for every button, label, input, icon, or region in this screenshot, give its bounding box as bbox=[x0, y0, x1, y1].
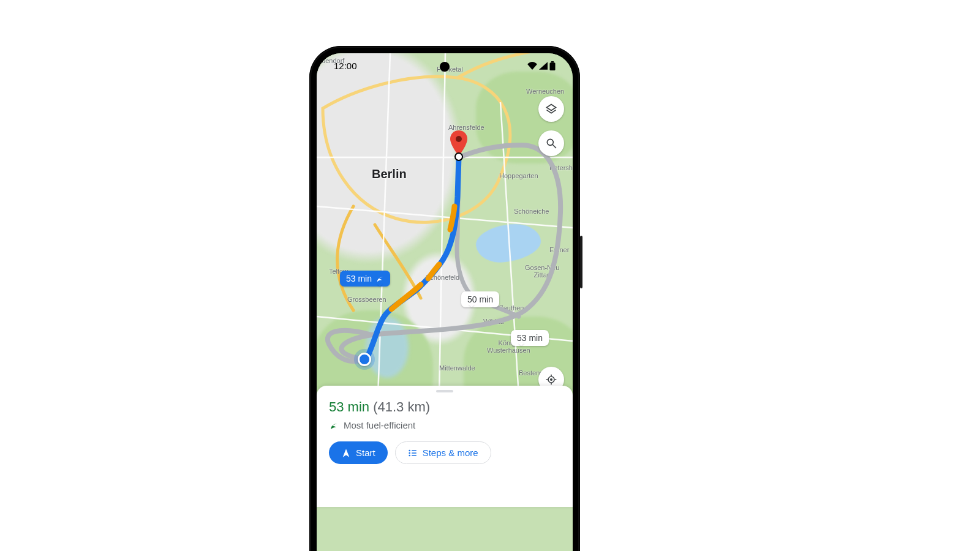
search-icon bbox=[545, 137, 557, 149]
route-subtitle-text: Most fuel-efficient bbox=[344, 420, 415, 430]
svg-rect-3 bbox=[551, 61, 554, 62]
svg-point-1 bbox=[455, 153, 462, 160]
svg-rect-2 bbox=[550, 62, 556, 70]
clock: 12:00 bbox=[334, 61, 357, 71]
list-icon bbox=[408, 448, 418, 458]
cellular-icon bbox=[539, 62, 548, 70]
route-chip-primary[interactable]: 53 min bbox=[340, 271, 390, 287]
svg-line-5 bbox=[553, 145, 556, 148]
route-chip-label: 53 min bbox=[346, 274, 372, 283]
steps-button[interactable]: Steps & more bbox=[395, 441, 491, 464]
svg-point-4 bbox=[547, 139, 553, 145]
route-sheet[interactable]: 53 min (41.3 km) Most fuel-efficient Sta… bbox=[317, 386, 573, 507]
camera-hole bbox=[440, 62, 450, 72]
leaf-icon bbox=[329, 421, 339, 430]
sheet-grab-handle[interactable] bbox=[436, 390, 453, 392]
svg-point-0 bbox=[456, 136, 462, 142]
start-button-label: Start bbox=[356, 448, 375, 458]
svg-rect-13 bbox=[412, 455, 417, 455]
navigation-icon bbox=[341, 448, 351, 458]
screen: Berlin WerneuchenAhrensfeldeHoppegartenS… bbox=[317, 53, 573, 551]
svg-point-12 bbox=[409, 454, 410, 456]
route-chip-alt-east[interactable]: 50 min bbox=[461, 291, 499, 307]
wifi-icon bbox=[527, 62, 537, 70]
svg-rect-9 bbox=[412, 450, 417, 451]
route-subtitle: Most fuel-efficient bbox=[329, 420, 560, 430]
start-button[interactable]: Start bbox=[329, 441, 388, 464]
crosshair-icon bbox=[545, 373, 557, 386]
leaf-icon bbox=[375, 274, 384, 283]
steps-button-label: Steps & more bbox=[423, 448, 478, 458]
svg-point-8 bbox=[409, 449, 410, 451]
svg-point-7 bbox=[550, 378, 552, 381]
route-headline: 53 min (41.3 km) bbox=[329, 399, 560, 415]
current-location-dot[interactable] bbox=[358, 353, 371, 366]
layers-button[interactable] bbox=[538, 96, 564, 122]
search-button[interactable] bbox=[538, 130, 564, 156]
svg-rect-11 bbox=[412, 452, 417, 453]
route-chip-alt-south[interactable]: 53 min bbox=[511, 330, 549, 346]
route-chip-label: 50 min bbox=[467, 294, 493, 304]
phone-side-button bbox=[580, 236, 582, 288]
route-time: 53 min bbox=[329, 399, 369, 414]
battery-icon bbox=[549, 61, 556, 70]
route-alt-east[interactable] bbox=[342, 145, 561, 359]
svg-point-10 bbox=[409, 452, 410, 454]
layers-icon bbox=[545, 103, 557, 115]
route-chip-label: 53 min bbox=[517, 333, 543, 343]
route-distance: (41.3 km) bbox=[373, 399, 430, 414]
phone-frame: Berlin WerneuchenAhrensfeldeHoppegartenS… bbox=[309, 46, 580, 551]
destination-pin[interactable] bbox=[450, 130, 468, 159]
